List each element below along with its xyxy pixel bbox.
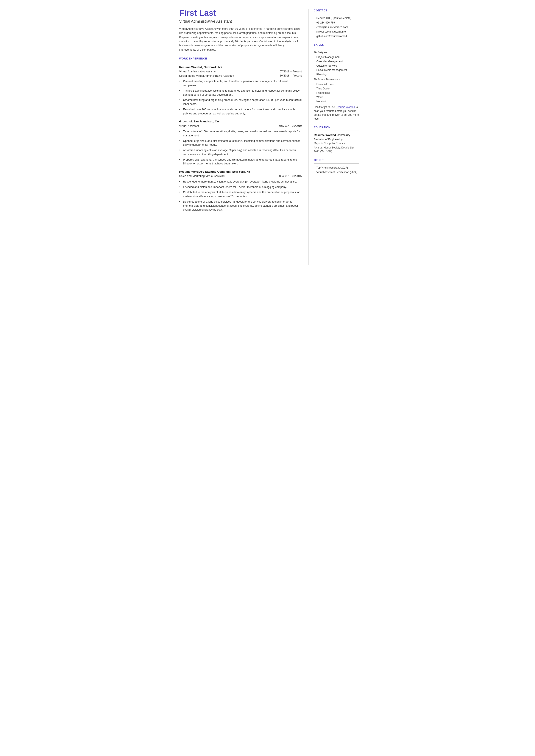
tool-item: Time Doctor xyxy=(314,87,359,91)
job-role: Virtual Assistant xyxy=(179,124,199,128)
job-bullets: Typed a total of 100 communications, dra… xyxy=(179,129,302,166)
education-divider xyxy=(314,130,359,131)
job-company: Growthsi, San Francisco, CA xyxy=(179,119,302,124)
job-title-row: Virtual Assistant05/2017 – 10/2019 xyxy=(179,124,302,128)
job-role: Virtual Administrative Assistant xyxy=(179,70,217,74)
bullet-item: Examined over 100 communications and con… xyxy=(179,107,302,116)
contact-item: email@resumeworded.com xyxy=(314,25,359,29)
bullet-item: Contributed to the analysis of all busin… xyxy=(179,190,302,199)
contact-item: linkedin.com/in/username xyxy=(314,30,359,34)
job-dates: 07/2019 – Present xyxy=(280,70,302,74)
tool-item: Freshbooks xyxy=(314,91,359,95)
education-label: EDUCATION xyxy=(314,126,359,129)
skill-item: Calendar Management xyxy=(314,60,359,63)
job-bullets: Planned meetings, appointments, and trav… xyxy=(179,79,302,116)
work-experience-label: WORK EXPERIENCE xyxy=(179,57,302,61)
job-block: Growthsi, San Francisco, CAVirtual Assis… xyxy=(179,119,302,166)
job-dates: 05/2017 – 10/2019 xyxy=(279,124,302,128)
bullet-item: Responded to more than 10 client emails … xyxy=(179,180,302,184)
bullet-item: Prepared draft agendas, transcribed and … xyxy=(179,158,302,166)
job-title-row: Virtual Administrative Assistant07/2019 … xyxy=(179,70,302,74)
skill-item: Planning xyxy=(314,72,359,76)
contact-item: github.com/resumeworded xyxy=(314,34,359,38)
other-item: Virtual Assistant Certification (2022) xyxy=(314,170,359,174)
resume-page: First Last Virtual Administrative Assist… xyxy=(171,0,365,274)
skills-section: SKILLS Techniques: Project ManagementCal… xyxy=(314,43,359,121)
skills-note-prefix: Don't forget to use xyxy=(314,106,336,109)
other-item: Top Virtual Assistant (2017) xyxy=(314,166,359,170)
job-title: Virtual Administrative Assistant xyxy=(179,18,302,24)
job-role: Social Media Virtual Administrative Assi… xyxy=(179,74,234,78)
skills-divider xyxy=(314,48,359,48)
job-block: Resume Worded, New York, NYVirtual Admin… xyxy=(179,65,302,116)
job-dates: 10/2018 – Present xyxy=(280,74,302,78)
bullet-item: Opened, organized, and disseminated a to… xyxy=(179,139,302,147)
tools-list: Financial ToolsTime DoctorFreshbooksWave… xyxy=(314,82,359,103)
other-label: OTHER xyxy=(314,158,359,162)
skill-item: Customer Service xyxy=(314,64,359,68)
contact-item: +1-234-456-789 xyxy=(314,21,359,25)
tool-item: Hubstaff xyxy=(314,99,359,103)
job-company: Resume Worded, New York, NY xyxy=(179,65,302,70)
skill-item: Social Media Management xyxy=(314,68,359,72)
edu-degree: Bachelor of Engineering xyxy=(314,137,359,142)
bullet-item: Designed a one-of-a-kind office services… xyxy=(179,200,302,212)
job-company: Resume Worded's Exciting Company, New Yo… xyxy=(179,170,302,174)
bullet-item: Created new filing and organizing proced… xyxy=(179,98,302,106)
contact-list: Denver, OH (Open to Remote)+1-234-456-78… xyxy=(314,16,359,38)
other-divider xyxy=(314,163,359,164)
job-dates: 08/2012 – 01/2015 xyxy=(279,174,302,178)
techniques-label: Techniques: xyxy=(314,50,359,54)
main-column: First Last Virtual Administrative Assist… xyxy=(171,9,309,265)
job-block: Resume Worded's Exciting Company, New Yo… xyxy=(179,170,302,212)
name: First Last xyxy=(179,9,302,18)
edu-major: Major in Computer Science xyxy=(314,141,359,145)
techniques-list: Project ManagementCalendar ManagementCus… xyxy=(314,55,359,76)
skills-note: Don't forget to use Resume Worded to sca… xyxy=(314,105,359,121)
contact-label: CONTACT xyxy=(314,9,359,13)
edu-awards: Awards: Honor Society, Dean's List 2012 … xyxy=(314,146,359,154)
contact-section: CONTACT Denver, OH (Open to Remote)+1-23… xyxy=(314,9,359,38)
tools-label: Tools and Frameworks: xyxy=(314,78,359,81)
tool-item: Wave xyxy=(314,95,359,99)
skill-item: Project Management xyxy=(314,55,359,59)
bullet-item: Planned meetings, appointments, and trav… xyxy=(179,79,302,88)
bullet-item: Encoded and distributed important letter… xyxy=(179,185,302,189)
job-role: Sales and Marketing Virtual Assistant xyxy=(179,174,225,178)
bullet-item: Answered incoming calls (on average 30 p… xyxy=(179,148,302,156)
contact-divider xyxy=(314,14,359,14)
tool-item: Financial Tools xyxy=(314,82,359,86)
summary: Virtual Administrative Assistant with mo… xyxy=(179,27,302,52)
other-list: Top Virtual Assistant (2017)Virtual Assi… xyxy=(314,166,359,174)
bullet-item: Trained 5 administrative assistants to g… xyxy=(179,89,302,97)
edu-school: Resume Worded University xyxy=(314,133,359,137)
side-column: CONTACT Denver, OH (Open to Remote)+1-23… xyxy=(309,9,365,265)
bullet-item: Typed a total of 100 communications, dra… xyxy=(179,129,302,138)
education-section: EDUCATION Resume Worded University Bache… xyxy=(314,126,359,154)
skills-label: SKILLS xyxy=(314,43,359,47)
jobs-container: Resume Worded, New York, NYVirtual Admin… xyxy=(179,65,302,212)
job-title-row: Social Media Virtual Administrative Assi… xyxy=(179,74,302,78)
resume-worded-link[interactable]: Resume Worded xyxy=(336,106,355,109)
contact-item: Denver, OH (Open to Remote) xyxy=(314,16,359,20)
job-bullets: Responded to more than 10 client emails … xyxy=(179,180,302,212)
job-title-row: Sales and Marketing Virtual Assistant08/… xyxy=(179,174,302,178)
other-section: OTHER Top Virtual Assistant (2017)Virtua… xyxy=(314,158,359,174)
